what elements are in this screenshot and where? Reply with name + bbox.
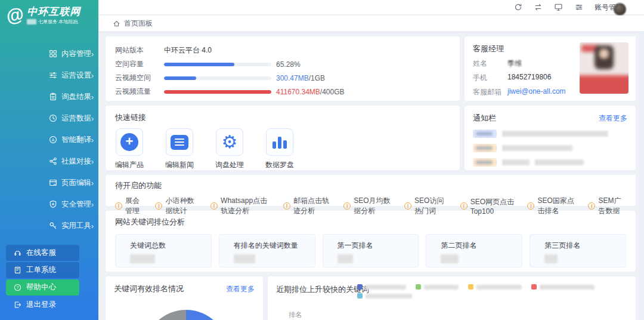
share-nodes-icon bbox=[49, 157, 57, 165]
rank-card-title: 关键词有效排名情况 bbox=[114, 284, 184, 294]
footer-item-label: 工单系统 bbox=[26, 265, 56, 275]
legend-item[interactable] bbox=[357, 284, 406, 290]
user-avatar[interactable] bbox=[614, 3, 626, 16]
storage-progressbar bbox=[164, 63, 271, 66]
sidebar-item-label: 页面编辑 bbox=[61, 178, 91, 188]
chevron-right-icon: › bbox=[91, 200, 94, 209]
name-label: 姓名 bbox=[473, 59, 507, 69]
warning-icon: ! bbox=[588, 202, 595, 210]
wrench-icon bbox=[49, 221, 57, 230]
legend-swatch bbox=[468, 284, 473, 290]
sidebar-item-ticket-system[interactable]: 工单系统 bbox=[6, 262, 79, 278]
stat-value-redacted bbox=[234, 254, 255, 263]
sidebar-item-online-support[interactable]: 在线客服 bbox=[6, 245, 79, 261]
swap-icon[interactable] bbox=[534, 3, 543, 12]
sidebar-item-tools[interactable]: 实用工具› bbox=[0, 215, 98, 236]
video-traffic-progressbar bbox=[164, 90, 271, 94]
video-space-label: 云视频空间 bbox=[115, 73, 164, 83]
legend-item[interactable] bbox=[468, 284, 522, 290]
list-icon bbox=[171, 135, 188, 150]
storage-value: 65.28% bbox=[276, 60, 301, 69]
notice-board-card: 通知栏 查看更多 bbox=[465, 106, 636, 170]
video-space-progressbar bbox=[164, 76, 271, 80]
pending-feature[interactable]: !展会管理 bbox=[115, 196, 142, 216]
notice-item[interactable] bbox=[473, 158, 627, 167]
warning-icon: ! bbox=[283, 202, 290, 210]
sidebar-item-label: 询盘结果 bbox=[61, 92, 91, 102]
page-scrollbar[interactable] bbox=[639, 32, 644, 320]
sidebar-item-label: 内容管理 bbox=[61, 49, 91, 59]
rank-view-more-link[interactable]: 查看更多 bbox=[226, 284, 255, 294]
account-menu[interactable]: 账号管理 bbox=[595, 0, 626, 16]
refresh-icon[interactable] bbox=[513, 3, 522, 12]
quicklink-edit-product[interactable]: + 编辑产品 bbox=[115, 128, 144, 170]
storage-label: 空间容量 bbox=[115, 59, 164, 69]
warning-icon: ! bbox=[460, 202, 467, 210]
pending-title: 待开启的功能 bbox=[115, 180, 626, 191]
stat-value-redacted bbox=[441, 254, 459, 263]
monitor-icon[interactable] bbox=[554, 3, 563, 12]
home-icon bbox=[113, 20, 120, 27]
chevron-right-icon: › bbox=[91, 179, 94, 187]
pending-feature[interactable]: !SEM广告数据 bbox=[588, 196, 626, 216]
notice-item[interactable] bbox=[473, 144, 627, 152]
plus-circle-icon: + bbox=[120, 133, 138, 151]
sidebar-item-security[interactable]: 安全管理› bbox=[0, 193, 98, 215]
quicklink-edit-news[interactable]: 编辑新闻 bbox=[165, 128, 194, 170]
manager-email[interactable]: jiwei@one-all.com bbox=[507, 87, 566, 97]
gear-icon: ⚙ bbox=[222, 133, 238, 151]
question-circle-icon: ? bbox=[14, 284, 21, 291]
notice-title: 通知栏 bbox=[473, 113, 496, 124]
pending-feature[interactable]: !邮箱点击轨迹分析 bbox=[283, 196, 330, 216]
manager-phone: 18452719806 bbox=[507, 73, 551, 83]
quicklink-data-compass[interactable]: 数据罗盘 bbox=[265, 128, 294, 170]
sidebar-item-operation-settings[interactable]: 运营设置› bbox=[0, 64, 98, 86]
quick-links-title: 快速链接 bbox=[115, 112, 450, 123]
service-manager-card: 客服经理 姓名季维 手机18452719806 客服邮箱jiwei@one-al… bbox=[465, 36, 636, 101]
sidebar-item-operation-data[interactable]: 运营数据› bbox=[0, 107, 98, 129]
sidebar-item-smart-translate[interactable]: A 智能翻译› bbox=[0, 129, 98, 150]
legend-item[interactable] bbox=[531, 284, 595, 290]
sidebar-item-content-mgmt[interactable]: 内容管理› bbox=[0, 43, 98, 64]
pending-feature[interactable]: !SEO访问热门词 bbox=[404, 196, 447, 216]
keyword-analysis-card: 网站关键词排位分析 关键词总数 有排名的关键词数量 第一页排名 第二页排名 第三… bbox=[106, 211, 636, 272]
sidebar-footer: 在线客服 工单系统 ? 帮助中心 退出登录 bbox=[0, 244, 98, 314]
video-space-total: /1GB bbox=[309, 74, 325, 82]
footer-item-label: 退出登录 bbox=[26, 300, 56, 310]
clock-icon bbox=[49, 114, 57, 122]
warning-icon: ! bbox=[527, 202, 534, 210]
pending-feature[interactable]: !SEO国家点击排名 bbox=[527, 196, 575, 216]
sidebar-item-logout[interactable]: 退出登录 bbox=[6, 297, 79, 313]
legend-swatch bbox=[416, 284, 421, 290]
warning-icon: ! bbox=[343, 202, 351, 210]
sidebar-item-inquiry-results[interactable]: 询盘结果› bbox=[0, 86, 98, 107]
stat-value-redacted bbox=[130, 254, 155, 263]
chevron-right-icon: › bbox=[91, 221, 94, 230]
svg-text:?: ? bbox=[17, 285, 19, 290]
pending-feature[interactable]: !小语种数据统计 bbox=[155, 196, 197, 216]
sidebar-item-social-media[interactable]: 社媒对接› bbox=[0, 150, 98, 172]
notice-view-more-link[interactable]: 查看更多 bbox=[599, 113, 627, 124]
notice-badge bbox=[473, 144, 497, 152]
notice-badge bbox=[473, 130, 497, 138]
chevron-right-icon: › bbox=[91, 93, 94, 101]
grid-icon bbox=[49, 50, 57, 58]
stat-page1-rank: 第一页排名 bbox=[323, 234, 419, 267]
quicklink-inquiry-handle[interactable]: ⚙ 询盘处理 bbox=[215, 128, 244, 170]
filter-sliders-icon[interactable] bbox=[574, 3, 583, 12]
notice-item[interactable] bbox=[473, 130, 627, 138]
breadcrumb-label[interactable]: 首页面板 bbox=[124, 19, 153, 29]
legend-item[interactable] bbox=[357, 293, 412, 299]
legend-item[interactable] bbox=[416, 284, 459, 290]
pending-feature[interactable]: !SEO网页点击Top100 bbox=[460, 197, 515, 216]
sidebar-item-label: 运营设置 bbox=[61, 70, 91, 81]
legend-label-redacted bbox=[540, 285, 595, 290]
pending-feature[interactable]: !Whatsapp点击轨迹分析 bbox=[210, 196, 270, 216]
sidebar-item-page-editor[interactable]: 页面编辑› bbox=[0, 172, 98, 193]
chevron-right-icon: › bbox=[91, 114, 94, 123]
sidebar-item-help-center[interactable]: ? 帮助中心 bbox=[6, 279, 79, 296]
sidebar-item-label: 智能翻译 bbox=[61, 135, 91, 145]
warning-icon: ! bbox=[115, 202, 122, 210]
bar-chart-icon bbox=[273, 136, 287, 149]
pending-feature[interactable]: !SEO月均数据分析 bbox=[343, 196, 391, 216]
